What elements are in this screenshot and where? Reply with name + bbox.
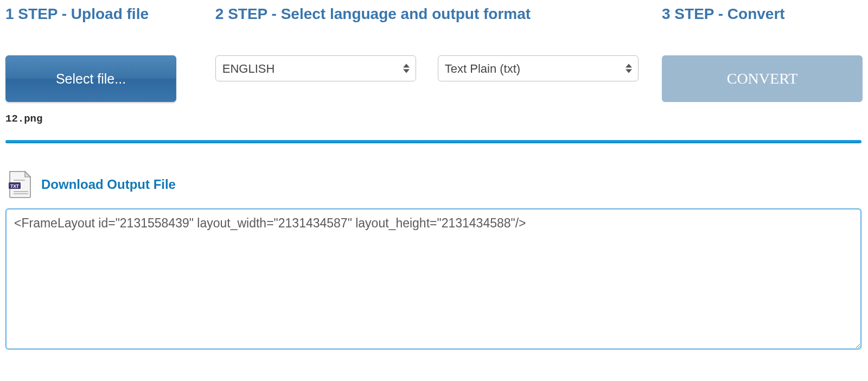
step-1-header: 1 STEP - Upload file bbox=[5, 5, 215, 23]
svg-text:TXT: TXT bbox=[10, 183, 20, 189]
section-divider bbox=[5, 140, 861, 143]
convert-button[interactable]: CONVERT bbox=[662, 55, 863, 102]
format-select-wrap: Text Plain (txt) bbox=[438, 55, 639, 81]
step-1-upload: 1 STEP - Upload file Select file... 12.p… bbox=[5, 5, 215, 125]
download-output-link[interactable]: Download Output File bbox=[41, 177, 176, 192]
step-3-convert: 3 STEP - Convert CONVERT bbox=[662, 5, 863, 102]
language-select-wrap: ENGLISH bbox=[215, 55, 416, 81]
language-select[interactable]: ENGLISH bbox=[215, 55, 416, 81]
output-textarea[interactable] bbox=[5, 208, 861, 350]
txt-file-icon: TXT bbox=[8, 170, 33, 199]
step-3-header: 3 STEP - Convert bbox=[662, 5, 863, 23]
uploaded-filename: 12.png bbox=[5, 113, 215, 125]
select-file-button[interactable]: Select file... bbox=[5, 55, 176, 102]
step-2-header: 2 STEP - Select language and output form… bbox=[215, 5, 662, 23]
step-2-controls: ENGLISH Text Plain (txt) bbox=[215, 55, 662, 81]
steps-row: 1 STEP - Upload file Select file... 12.p… bbox=[5, 5, 863, 125]
format-select[interactable]: Text Plain (txt) bbox=[438, 55, 639, 81]
step-2-options: 2 STEP - Select language and output form… bbox=[215, 5, 662, 81]
download-row: TXT Download Output File bbox=[8, 170, 863, 199]
